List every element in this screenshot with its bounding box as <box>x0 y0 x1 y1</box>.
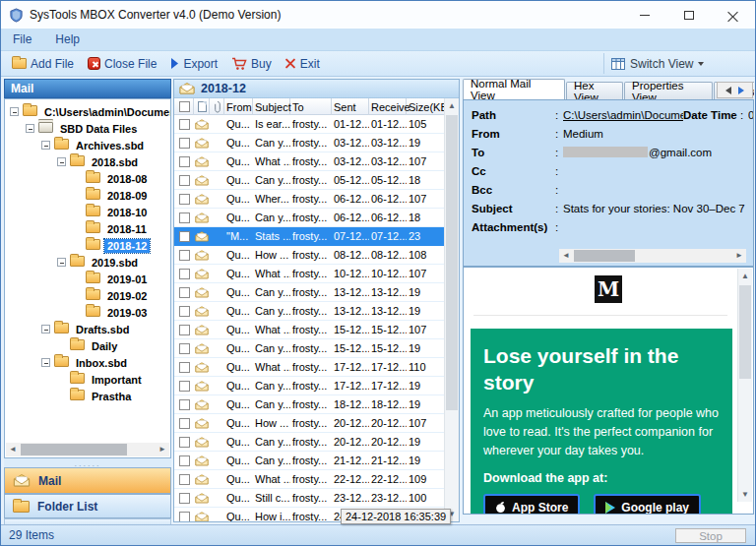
column-from[interactable]: From <box>224 98 253 115</box>
scroll-left-icon[interactable]: ◄ <box>559 249 573 263</box>
mail-list-row[interactable]: Qu... How ... frosty... 20-12... 20-12..… <box>174 414 444 433</box>
close-file-button[interactable]: Close File <box>81 51 163 76</box>
menu-file[interactable]: File <box>1 32 43 46</box>
scroll-right-icon[interactable]: ► <box>156 443 169 456</box>
tree-item[interactable]: 2018-10 <box>5 204 170 220</box>
row-checkbox[interactable] <box>179 493 190 504</box>
row-checkbox[interactable] <box>179 287 190 298</box>
document-column[interactable] <box>194 98 210 115</box>
tree-item[interactable]: 2018-08 <box>5 170 170 187</box>
mail-list-row[interactable]: Qu... Wher... frosty... 06-12... 06-12..… <box>174 190 444 209</box>
row-checkbox[interactable] <box>179 343 190 354</box>
row-checkbox[interactable] <box>179 156 190 167</box>
column-to[interactable]: To <box>290 98 332 115</box>
tab-scroll-left-icon[interactable] <box>725 87 731 94</box>
row-checkbox[interactable] <box>179 175 190 186</box>
mail-list-row[interactable]: Qu... Can y... frosty... 13-12... 13-12.… <box>174 302 444 321</box>
row-checkbox[interactable] <box>179 325 190 335</box>
mail-list-row[interactable]: Qu... Can y... frosty... 17-12... 17-12.… <box>174 377 444 395</box>
tree-item[interactable]: 2019.sbd <box>5 254 170 271</box>
mail-list-row[interactable]: Qu... Can y... frosty... 06-12... 06-12.… <box>174 209 444 227</box>
menu-help[interactable]: Help <box>43 32 92 46</box>
export-button[interactable]: Export <box>163 51 224 76</box>
row-checkbox[interactable] <box>179 212 190 223</box>
tree-item[interactable]: SBD Data Files <box>5 120 170 137</box>
scrollbar-thumb[interactable] <box>446 115 458 410</box>
path-value-link[interactable]: C:\Users\admin\Documents\ <box>563 109 683 121</box>
message-vertical-scrollbar[interactable]: ▲ ▼ <box>737 269 752 502</box>
column-receive[interactable]: Receive <box>369 98 407 115</box>
properties-horizontal-scrollbar[interactable]: ◄ ► <box>559 249 746 263</box>
select-all-column[interactable] <box>174 98 194 115</box>
exit-button[interactable]: Exit <box>279 51 327 76</box>
scroll-down-icon[interactable]: ▼ <box>738 487 752 502</box>
row-checkbox[interactable] <box>179 119 190 130</box>
tree-item[interactable]: Drafts.sbd <box>5 321 170 337</box>
tab-scroll-buttons[interactable] <box>717 82 753 98</box>
scroll-right-icon[interactable]: ► <box>732 249 746 263</box>
nav-folder-list-button[interactable]: Folder List <box>4 494 171 518</box>
row-checkbox[interactable] <box>179 269 190 279</box>
scrollbar-thumb[interactable] <box>739 285 751 379</box>
tree-expander-icon[interactable] <box>41 358 50 367</box>
tab-scroll-right-icon[interactable] <box>738 87 744 94</box>
mail-list-row[interactable]: Qu... Can y... frosty... 13-12... 13-12.… <box>174 283 444 302</box>
row-checkbox[interactable] <box>179 362 190 373</box>
switch-view-button[interactable]: Switch View <box>611 57 704 71</box>
scrollbar-thumb[interactable] <box>21 444 127 455</box>
app-store-button[interactable]: App Store <box>483 494 580 515</box>
tree-item[interactable]: 2018-12 <box>5 237 170 254</box>
mail-list-row[interactable]: Qu... What ... frosty... 22-12... 22-12.… <box>174 470 444 489</box>
mail-list-row[interactable]: Qu... Can y... frosty... 03-12... 03-12.… <box>174 134 444 152</box>
tab-normal-mail-view[interactable]: Normal Mail View <box>463 79 565 99</box>
tree-horizontal-scrollbar[interactable]: ◄ ► <box>6 443 169 456</box>
row-checkbox[interactable] <box>179 474 190 485</box>
tree-item[interactable]: Archives.sbd <box>5 137 170 153</box>
attachment-column[interactable] <box>210 98 224 115</box>
close-button[interactable] <box>711 1 755 29</box>
column-subject[interactable]: Subject <box>253 98 290 115</box>
row-checkbox[interactable] <box>179 381 190 392</box>
tree-item[interactable]: 2019-02 <box>5 287 170 304</box>
mail-list-row[interactable]: Qu... What ... frosty... 10-12... 10-12.… <box>174 265 444 283</box>
mail-list-row[interactable]: Qu... Can y... frosty... 20-12... 20-12.… <box>174 433 444 452</box>
scroll-up-icon[interactable]: ▲ <box>445 98 459 113</box>
mail-list-row[interactable]: Qu... What ... frosty... 03-12... 03-12.… <box>174 152 444 171</box>
row-checkbox[interactable] <box>179 437 190 448</box>
tree-item[interactable]: 2018.sbd <box>5 153 170 170</box>
add-file-button[interactable]: Add File <box>5 51 81 76</box>
buy-button[interactable]: Buy <box>224 51 279 76</box>
row-checkbox[interactable] <box>179 418 190 429</box>
mail-list-row[interactable]: Qu... What ... frosty... 17-12... 17-12.… <box>174 358 444 377</box>
google-play-button[interactable]: Google play <box>594 494 701 515</box>
scroll-up-icon[interactable]: ▲ <box>738 269 752 283</box>
column-size[interactable]: Size(KB) <box>407 98 445 115</box>
mail-list-row[interactable]: Qu... Can y... frosty... 05-12... 05-12.… <box>174 171 444 190</box>
tree-item[interactable]: 2018-11 <box>5 220 170 237</box>
nav-mail-button[interactable]: Mail <box>4 467 171 494</box>
row-checkbox[interactable] <box>179 306 190 317</box>
mail-list-row[interactable]: Qu... Still c... frosty... 23-12... 23-1… <box>174 489 444 508</box>
row-checkbox[interactable] <box>179 455 190 466</box>
tree-item[interactable]: Important <box>5 371 170 388</box>
row-checkbox[interactable] <box>179 231 190 242</box>
sidebar-splitter[interactable]: ...... <box>4 458 171 467</box>
mail-list-row[interactable]: Qu... What ... frosty... 15-12... 15-12.… <box>174 321 444 339</box>
mail-list-row[interactable]: Qu... Can y... frosty... 15-12... 15-12.… <box>174 339 444 358</box>
mail-list-row[interactable]: Qu... Can y... frosty... 21-12... 21-12.… <box>174 452 444 470</box>
mail-list-row[interactable]: Qu... How ... frosty... 08-12... 08-12..… <box>174 246 444 265</box>
tree-expander-icon[interactable] <box>10 107 19 116</box>
maximize-button[interactable] <box>666 1 711 29</box>
row-checkbox[interactable] <box>179 194 190 205</box>
minimize-button[interactable] <box>622 1 666 29</box>
row-checkbox[interactable] <box>179 512 190 522</box>
tree-item[interactable]: Inbox.sbd <box>5 354 170 371</box>
tree-item[interactable]: 2018-09 <box>5 187 170 204</box>
tab-properties-view[interactable]: Properties View <box>624 82 713 99</box>
tree-expander-icon[interactable] <box>26 124 34 133</box>
tree-item[interactable]: Daily <box>5 337 170 354</box>
row-checkbox[interactable] <box>179 250 190 261</box>
list-vertical-scrollbar[interactable]: ▲ ▼ <box>444 98 459 521</box>
tree-expander-icon[interactable] <box>57 258 66 267</box>
scroll-left-icon[interactable]: ◄ <box>6 443 20 456</box>
